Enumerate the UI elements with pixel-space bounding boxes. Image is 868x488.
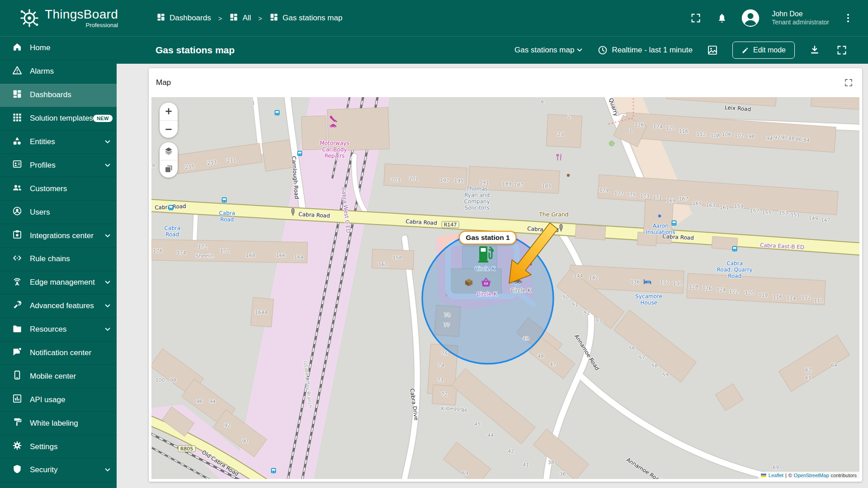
breadcrumb-separator: > [258, 14, 262, 22]
sidebar-item-alarms[interactable]: Alarms [0, 60, 117, 84]
white-labeling-icon [12, 417, 22, 429]
sidebar-item-profiles[interactable]: Profiles [0, 154, 117, 177]
chevron-down-icon [577, 48, 582, 52]
breadcrumb-item-gas-stations-map[interactable]: Gas stations map [269, 13, 342, 24]
map-attribution: Leaflet | © OpenStreetMap contributors [758, 472, 859, 479]
edit-mode-button[interactable]: Edit mode [732, 42, 795, 59]
timewindow-button[interactable]: Realtime - last 1 minute [598, 45, 693, 55]
mobile-center-icon [12, 370, 22, 382]
rule-chains-icon [12, 253, 22, 265]
api-usage-icon [12, 394, 22, 406]
breadcrumb-label: All [242, 14, 251, 23]
sidebar-item-label: Alarms [30, 67, 54, 76]
sidebar-item-edge-management[interactable]: Edge management [0, 271, 117, 295]
edit-mode-label: Edit mode [753, 46, 786, 54]
notifications-bell-button[interactable] [715, 11, 729, 25]
chevron-down-icon [105, 140, 110, 144]
sidebar-item-rule-chains[interactable]: Rule chains [0, 248, 117, 271]
sidebar-item-label: API usage [30, 395, 65, 404]
page-title: Gas stations map [156, 45, 235, 56]
map-type-button[interactable] [160, 160, 178, 178]
expand-dashboard-button[interactable] [835, 43, 849, 57]
dashboard-grid-icon [269, 13, 278, 24]
expand-icon [844, 78, 853, 87]
layers-button[interactable] [160, 142, 178, 160]
layers-icon [164, 146, 173, 155]
user-avatar[interactable] [741, 9, 760, 28]
osm-link[interactable]: OpenStreetMap [794, 473, 829, 478]
sidebar-item-settings[interactable]: Settings [0, 435, 117, 459]
sidebar-item-notification-center[interactable]: Notification center [0, 342, 117, 365]
download-button[interactable] [807, 43, 822, 57]
sidebar-item-label: White labeling [30, 419, 78, 428]
sidebar-item-security[interactable]: Security [0, 459, 117, 482]
sidebar-item-label: Mobile center [30, 372, 76, 381]
sidebar-item-label: Solution templates [30, 114, 93, 123]
sidebar-item-solution-templates[interactable]: Solution templatesNEW [0, 107, 117, 131]
sidebar-item-mobile-center[interactable]: Mobile center [0, 365, 117, 388]
sidebar-item-users[interactable]: Users [0, 201, 117, 224]
dashboard-state-selector[interactable]: Gas stations map [512, 45, 585, 55]
sidebar-item-dashboards[interactable]: Dashboards [0, 84, 117, 107]
thingsboard-logo-icon [18, 7, 41, 29]
breadcrumb-separator: > [218, 14, 222, 22]
users-icon [12, 206, 22, 218]
sidebar-item-advanced-features[interactable]: Advanced features [0, 295, 117, 318]
ukraine-flag-icon [761, 474, 766, 477]
map-zoom-control: + − [160, 103, 178, 138]
sidebar-item-label: Edge management [30, 278, 95, 287]
notification-center-icon [12, 347, 22, 359]
security-icon [12, 464, 22, 476]
sidebar-item-customers[interactable]: Customers [0, 177, 117, 201]
sidebar-item-label: Profiles [30, 161, 56, 170]
dashboard-grid-icon [229, 13, 238, 24]
solution-templates-icon [12, 113, 22, 125]
map-layers-control [160, 142, 178, 178]
chevron-down-icon [105, 328, 110, 331]
fullscreen-icon [836, 45, 847, 56]
sidebar-item-label: Entities [30, 137, 55, 146]
customers-icon [12, 183, 22, 195]
map-canvas[interactable]: Cabra RoadCabra RoadCabra RoadCabra Road… [151, 97, 859, 479]
pencil-icon [741, 47, 749, 54]
sidebar-item-label: Settings [30, 442, 57, 451]
sidebar-item-home[interactable]: Home [0, 37, 117, 60]
logo-subtitle: Professional [86, 22, 118, 28]
sidebar-item-label: Integrations center [30, 231, 94, 240]
sidebar-item-label: Customers [30, 184, 67, 193]
chevron-down-icon [105, 304, 110, 308]
breadcrumb-item-dashboards[interactable]: Dashboards [156, 13, 211, 24]
sidebar-nav: HomeAlarmsDashboardsSolution templatesNE… [0, 37, 117, 488]
sidebar-item-label: Rule chains [30, 254, 70, 263]
download-icon [809, 45, 820, 56]
leaflet-link[interactable]: Leaflet [769, 473, 783, 478]
dashboard-image-button[interactable] [705, 43, 720, 57]
sidebar-item-white-labeling[interactable]: White labeling [0, 412, 117, 435]
header-actions: John Doe Tenant administrator [689, 9, 855, 28]
sidebar-item-api-usage[interactable]: API usage [0, 388, 117, 412]
sidebar-item-label: Resources [30, 325, 66, 334]
map-widget-card: Map [149, 68, 862, 482]
sidebar-item-integrations-center[interactable]: Integrations center [0, 224, 117, 248]
widget-expand-button[interactable] [842, 76, 855, 89]
sidebar-item-entities[interactable]: Entities [0, 131, 117, 154]
logo[interactable]: ThingsBoard Professional [18, 7, 117, 29]
settings-icon [12, 441, 22, 453]
integrations-center-icon [12, 230, 22, 242]
kebab-menu-button[interactable] [841, 11, 855, 25]
zoom-in-button[interactable]: + [160, 103, 178, 121]
breadcrumb-label: Gas stations map [283, 14, 342, 23]
breadcrumb-label: Dashboards [170, 14, 211, 23]
home-icon [12, 42, 22, 54]
edge-management-icon [12, 277, 22, 289]
fullscreen-button[interactable] [689, 11, 703, 25]
state-selector-label: Gas stations map [514, 46, 574, 55]
breadcrumb-item-all[interactable]: All [229, 13, 251, 24]
zoom-out-button[interactable]: − [160, 121, 178, 138]
chevron-down-icon [105, 234, 110, 238]
chevron-down-icon [105, 468, 110, 472]
sidebar-item-label: Advanced features [30, 301, 94, 310]
sidebar-item-resources[interactable]: Resources [0, 318, 117, 342]
dashboards-icon [12, 89, 22, 101]
clock-icon [598, 45, 608, 55]
